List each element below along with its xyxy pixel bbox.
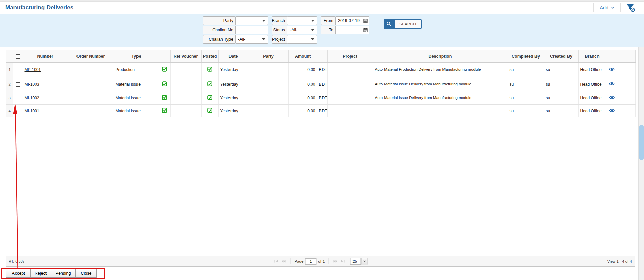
branch-filter-select[interactable] (287, 16, 317, 25)
eye-icon[interactable] (609, 82, 615, 86)
col-header-description[interactable]: Description (373, 50, 508, 63)
col-header-order-number[interactable]: Order Number (68, 50, 114, 63)
view-cell[interactable] (606, 77, 618, 91)
calendar-icon[interactable] (363, 28, 368, 32)
branch-cell: Head Office (578, 77, 606, 91)
party-filter-select[interactable] (235, 16, 268, 25)
delivery-number-link[interactable]: MI-1001 (25, 108, 39, 113)
col-header-completed-by[interactable]: Completed By (508, 50, 544, 63)
col-header-ref-voucher[interactable]: Ref Voucher (170, 50, 201, 63)
grid-empty-area (6, 117, 635, 256)
row-checkbox[interactable] (16, 82, 20, 87)
type-cell: Production (114, 63, 159, 77)
amount-cell: 0.00 (288, 63, 317, 77)
row-checkbox[interactable] (16, 96, 20, 100)
page-size-select[interactable]: 25 (350, 258, 368, 265)
type-cell: Material Issue (114, 91, 159, 105)
order-number-cell (68, 91, 114, 105)
search-icon-button[interactable] (384, 19, 394, 29)
eye-icon[interactable] (609, 96, 615, 99)
page-number-input[interactable] (305, 258, 316, 265)
check-icon (207, 108, 212, 113)
row-checkbox[interactable] (16, 109, 20, 113)
eye-icon[interactable] (609, 108, 615, 112)
to-date-input[interactable] (338, 28, 363, 32)
row-number: 4 (6, 105, 13, 117)
col-header-party[interactable]: Party (248, 50, 288, 63)
party-cell (248, 77, 288, 91)
prev-page-icon (281, 259, 286, 263)
col-header-project[interactable]: Project (327, 50, 373, 63)
vertical-scrollbar[interactable] (638, 47, 644, 280)
project-filter: Project (272, 35, 317, 44)
eye-icon[interactable] (609, 67, 615, 71)
col-header-branch[interactable]: Branch (578, 50, 606, 63)
page-label: Page (294, 259, 303, 263)
challan-no-field (235, 26, 268, 34)
party-cell (248, 91, 288, 105)
delivery-number-cell: MI-1003 (23, 77, 68, 91)
delivery-number-link[interactable]: MP-1001 (25, 67, 41, 72)
filter-toggle-button[interactable] (620, 3, 635, 12)
deliveries-table: NumberOrder NumberTypeRef VoucherPostedD… (6, 50, 636, 117)
challan-type-label: Challan Type (203, 35, 236, 44)
view-cell[interactable] (606, 63, 618, 77)
search-button[interactable]: SEARCH (394, 19, 422, 29)
col-header-number[interactable]: Number (23, 50, 68, 63)
prev-page-button[interactable] (280, 259, 286, 263)
delivery-number-link[interactable]: MI-1003 (25, 82, 39, 87)
status-filter-value: -All- (290, 28, 297, 32)
pager-bar: RT: 0.53s Page of 1 (6, 256, 635, 266)
completed-status-cell (159, 91, 170, 105)
row-checkbox[interactable] (16, 68, 20, 72)
chevron-down-icon (611, 7, 615, 9)
col-header-posted-icon[interactable]: Posted (201, 50, 218, 63)
page-size-value: 25 (350, 258, 361, 265)
title-bar: Manufacturing Deliveries Add (0, 2, 644, 14)
reject-button[interactable]: Reject (30, 269, 51, 278)
currency-cell: BDT (317, 63, 327, 77)
add-button[interactable]: Add (593, 3, 620, 12)
col-header-amount[interactable]: Amount (288, 50, 317, 63)
date-cell: Yesterday (218, 105, 248, 117)
order-number-cell (68, 77, 114, 91)
status-filter-select[interactable]: -All- (287, 26, 317, 34)
col-header-date[interactable]: Date (218, 50, 248, 63)
next-page-button[interactable] (333, 259, 339, 263)
status-filter-label: Status (272, 26, 287, 34)
challan-type-select[interactable]: -All- (235, 35, 268, 44)
col-header-created-by[interactable]: Created By (544, 50, 578, 63)
status-filter: Status -All- (272, 26, 317, 34)
date-cell: Yesterday (218, 91, 248, 105)
ref-voucher-cell (170, 105, 201, 117)
from-date-input[interactable] (338, 18, 363, 23)
first-page-button[interactable] (273, 259, 279, 263)
project-cell (327, 91, 373, 105)
chevron-down-icon (311, 20, 314, 22)
delivery-number-link[interactable]: MI-1002 (25, 96, 39, 100)
pending-button[interactable]: Pending (51, 269, 76, 278)
select-all-checkbox[interactable] (16, 54, 20, 59)
party-cell (248, 63, 288, 77)
view-cell[interactable] (606, 105, 618, 117)
view-cell[interactable] (606, 91, 618, 105)
search-icon (386, 21, 392, 27)
calendar-icon[interactable] (363, 19, 368, 23)
scrollbar-thumb[interactable] (639, 125, 644, 160)
challan-type-value: -All- (238, 37, 245, 42)
completed-by-cell: su (508, 77, 544, 91)
chevron-down-icon (262, 20, 265, 22)
last-page-icon (341, 259, 345, 263)
close-button[interactable]: Close (75, 269, 97, 278)
description-cell: Auto Material Issue Delivery from Manufa… (373, 77, 508, 91)
challan-no-input[interactable] (238, 28, 265, 32)
col-header-extra2 (630, 50, 635, 63)
row-checkbox-cell (13, 91, 23, 105)
amount-cell: 0.00 (288, 77, 317, 91)
accept-button[interactable]: Accept (6, 269, 31, 278)
last-page-button[interactable] (340, 259, 346, 263)
page-size-dropdown-button[interactable] (362, 258, 368, 265)
col-header-type[interactable]: Type (114, 50, 159, 63)
project-filter-select[interactable] (287, 35, 317, 44)
description-text: Auto Material Issue Delivery from Manufa… (375, 82, 488, 87)
